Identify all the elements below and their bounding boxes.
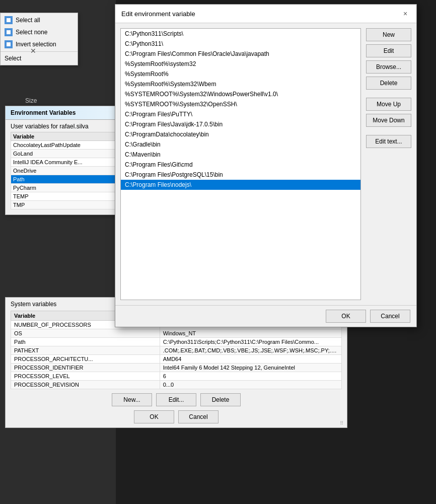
svg-rect-1 [9, 18, 11, 20]
path-list-item[interactable]: C:\Program Files\PuTTY\ [121, 109, 360, 119]
sys-var-val-cell: .COM;.EXE;.BAT;.CMD;.VBS;.VBE;.JS;.JSE;.… [160, 346, 341, 355]
dialog-action-buttons: New Edit Browse... Delete Move Up Move D… [366, 28, 411, 300]
context-menu: Select all Select none Invert selection … [0, 13, 78, 65]
sys-var-row[interactable]: PROCESSOR_IDENTIFIERIntel64 Family 6 Mod… [11, 364, 342, 372]
sys-var-val-cell: C:\Python311\Scripts;C:\Python311\C:\Pro… [160, 338, 341, 346]
dialog-ok-button[interactable]: OK [326, 310, 366, 323]
path-list-item[interactable]: %SYSTEMROOT%\System32\WindowsPowerShell\… [121, 89, 360, 99]
sys-var-row[interactable]: PROCESSOR_ARCHITECTU...AMD64 [11, 355, 342, 364]
sys-var-val-cell: 0...0 [160, 381, 341, 389]
svg-rect-6 [7, 32, 9, 34]
path-list-item[interactable]: C:\Gradle\bin [121, 139, 360, 150]
delete-button[interactable]: Delete [366, 77, 411, 90]
sys-var-row[interactable]: PathC:\Python311\Scripts;C:\Python311\C:… [11, 338, 342, 346]
sys-var-row[interactable]: PATHEXT.COM;.EXE;.BAT;.CMD;.VBS;.VBE;.JS… [11, 346, 342, 355]
path-list-item[interactable]: C:\Program Files\Java\jdk-17.0.5\bin [121, 119, 360, 129]
user-var-cell: PyCharm [11, 184, 118, 192]
path-list-item[interactable]: C:\ProgramData\chocolatey\bin [121, 129, 360, 139]
user-var-cell: IntelliJ IDEA Community E... [11, 158, 118, 167]
user-var-cell: TMP [11, 201, 118, 209]
edit-button[interactable]: Edit [366, 44, 411, 57]
path-list-item[interactable]: C:\Python311\ [121, 39, 360, 49]
svg-rect-4 [7, 30, 9, 32]
path-list-item[interactable]: C:\Maven\bin [121, 150, 360, 160]
user-var-cell: TEMP [11, 192, 118, 201]
move-up-button[interactable]: Move Up [366, 98, 411, 111]
user-var-cell: GoLand [11, 150, 118, 158]
browse-button[interactable]: Browse... [366, 60, 411, 74]
path-list-item[interactable]: C:\Program Files\PostgreSQL\15\bin [121, 170, 360, 180]
svg-rect-10 [7, 44, 9, 46]
context-menu-divider [1, 51, 78, 52]
path-list-item[interactable]: C:\Program Files\Git\cmd [121, 160, 360, 170]
dialog-cancel-button[interactable]: Cancel [370, 310, 410, 323]
user-var-row[interactable]: GoLand [11, 150, 118, 158]
path-list-item[interactable]: C:\Python311\Scripts\ [121, 29, 360, 39]
sys-delete-button[interactable]: Delete [200, 393, 241, 406]
context-menu-select-label: Select [5, 55, 21, 62]
dialog-title: Edit environment variable [121, 10, 195, 18]
env-vars-title: Environment Variables [6, 106, 123, 120]
sys-new-button[interactable]: New... [112, 393, 152, 406]
context-menu-item-select-none[interactable]: Select none [1, 26, 78, 38]
user-var-col-header: Variable [11, 132, 118, 141]
user-var-cell: OneDrive [11, 167, 118, 175]
svg-rect-7 [9, 32, 11, 34]
user-var-cell: ChocolateyLastPathUpdate [11, 141, 118, 150]
user-var-row[interactable]: PyCharm [11, 184, 118, 192]
env-vars-panel: Environment Variables User variables for… [5, 106, 123, 215]
context-menu-item-select-all[interactable]: Select all [1, 14, 78, 26]
svg-rect-3 [9, 20, 11, 22]
sys-var-name-cell: PROCESSOR_LEVEL [11, 372, 160, 381]
user-var-row[interactable]: TMP [11, 201, 118, 209]
env-ok-button[interactable]: OK [134, 410, 174, 423]
sys-edit-button[interactable]: Edit... [156, 393, 196, 406]
user-vars-table: Variable ChocolateyLastPathUpdateGoLandI… [11, 132, 118, 209]
user-var-cell: Path [11, 175, 118, 184]
env-cancel-button[interactable]: Cancel [178, 410, 219, 423]
dialog-body: C:\Python311\Scripts\C:\Python311\C:\Pro… [115, 23, 416, 305]
move-down-button[interactable]: Move Down [366, 114, 411, 127]
svg-rect-9 [9, 42, 11, 44]
edit-text-button[interactable]: Edit text... [366, 135, 411, 148]
user-var-row[interactable]: Path [11, 175, 118, 184]
sys-var-name-cell: PROCESSOR_IDENTIFIER [11, 364, 160, 372]
context-menu-item-invert[interactable]: Invert selection [1, 38, 78, 50]
sys-var-name-cell: PROCESSOR_REVISION [11, 381, 160, 389]
user-var-row[interactable]: ChocolateyLastPathUpdate [11, 141, 118, 150]
sys-var-name-cell: PATHEXT [11, 346, 160, 355]
path-list-item[interactable]: C:\Program Files\nodejs\ [121, 180, 360, 190]
dialog-footer: OK Cancel [115, 305, 416, 327]
sys-var-row[interactable]: PROCESSOR_LEVEL6 [11, 372, 342, 381]
sys-var-name-cell: PROCESSOR_ARCHITECTU... [11, 355, 160, 364]
path-list[interactable]: C:\Python311\Scripts\C:\Python311\C:\Pro… [120, 28, 361, 300]
select-none-label: Select none [16, 29, 47, 36]
user-var-row[interactable]: OneDrive [11, 167, 118, 175]
context-close-button[interactable]: ✕ [30, 47, 36, 55]
dialog-close-button[interactable]: × [400, 9, 410, 19]
sys-bottom-buttons: New... Edit... Delete [6, 389, 347, 406]
new-button[interactable]: New [366, 28, 411, 41]
path-list-item[interactable]: %SYSTEMROOT%\System32\OpenSSH\ [121, 99, 360, 109]
select-none-icon [5, 28, 13, 36]
resize-handle: ⠿ [340, 420, 346, 426]
svg-rect-2 [7, 20, 9, 22]
user-var-row[interactable]: IntelliJ IDEA Community E... [11, 158, 118, 167]
path-list-item[interactable]: C:\Program Files\Common Files\Oracle\Jav… [121, 49, 360, 59]
path-list-item[interactable]: %SystemRoot% [121, 69, 360, 79]
path-list-item[interactable]: %SystemRoot%\system32 [121, 59, 360, 69]
user-vars-label: User variables for rafael.silva [6, 120, 123, 132]
svg-rect-11 [9, 44, 11, 46]
user-var-row[interactable]: TEMP [11, 192, 118, 201]
sys-var-row[interactable]: PROCESSOR_REVISION0...0 [11, 381, 342, 389]
size-column-label: Size [25, 97, 37, 104]
svg-rect-5 [9, 30, 11, 32]
select-all-icon [5, 16, 13, 24]
sys-var-row[interactable]: OSWindows_NT [11, 329, 342, 338]
select-all-label: Select all [16, 17, 40, 24]
sys-var-val-cell: Windows_NT [160, 329, 341, 338]
background [0, 0, 116, 504]
sys-var-name-cell: Path [11, 338, 160, 346]
context-menu-footer-item[interactable]: Select [1, 53, 78, 64]
path-list-item[interactable]: %SystemRoot%\System32\Wbem [121, 79, 360, 89]
